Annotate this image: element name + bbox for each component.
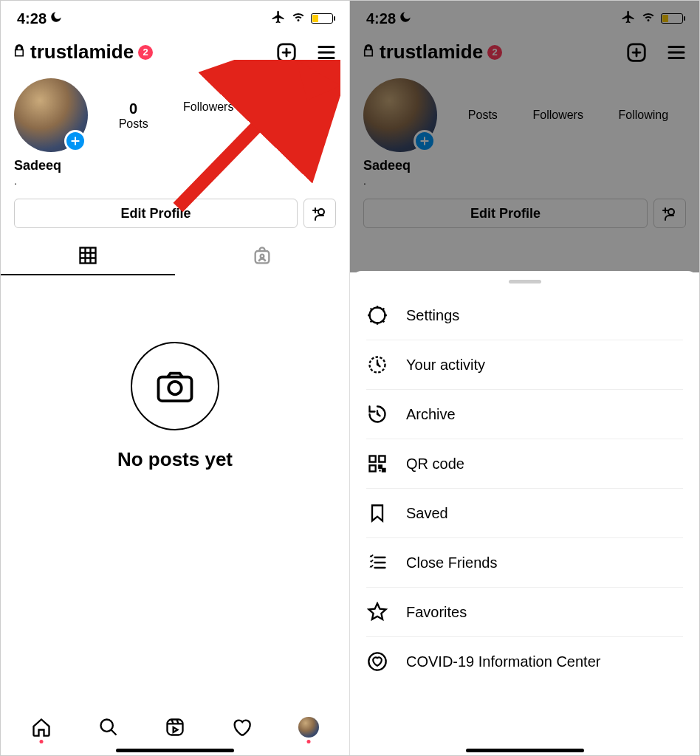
menu-label: COVID-19 Information Center	[406, 653, 600, 670]
notification-badge: 2	[487, 45, 502, 60]
username[interactable]: trustlamide	[30, 41, 134, 63]
menu-covid[interactable]: COVID-19 Information Center	[366, 637, 683, 686]
camera-circle-icon	[131, 342, 219, 430]
lock-icon	[13, 44, 26, 61]
stat-following[interactable]: Following	[269, 100, 319, 131]
activity-icon	[366, 354, 388, 376]
home-indicator	[466, 749, 584, 752]
discover-people-button[interactable]	[303, 199, 336, 228]
svg-rect-14	[370, 465, 376, 471]
empty-posts: No posts yet	[1, 275, 349, 471]
wifi-icon	[290, 10, 306, 27]
menu-activity[interactable]: Your activity	[366, 340, 683, 390]
bottom-nav	[1, 717, 349, 742]
battery-icon	[311, 13, 333, 24]
svg-point-6	[100, 720, 112, 732]
notification-badge: 2	[138, 45, 153, 60]
edit-profile-button[interactable]: Edit Profile	[14, 199, 298, 228]
stat-followers[interactable]: Followers	[532, 109, 583, 122]
archive-icon	[366, 403, 388, 425]
stat-posts[interactable]: Posts	[468, 109, 498, 122]
svg-rect-7	[167, 720, 182, 735]
profile-screen: 4:28 trustlamide 2	[1, 1, 350, 755]
profile-stats-row: 0 Posts Followers Following	[1, 71, 349, 155]
status-bar: 4:28	[1, 1, 349, 33]
stat-followers[interactable]: Followers	[183, 100, 233, 131]
menu-sheet: Settings Your activity Archive QR code	[350, 271, 699, 755]
heart-shield-icon	[366, 650, 388, 673]
profile-header: trustlamide 2	[1, 33, 349, 71]
discover-people-button[interactable]	[653, 199, 686, 228]
menu-label: Archive	[406, 406, 456, 423]
menu-favorites[interactable]: Favorites	[366, 588, 683, 637]
svg-rect-1	[80, 248, 96, 264]
wifi-icon	[640, 10, 656, 27]
menu-label: QR code	[406, 456, 464, 472]
tab-grid[interactable]	[1, 237, 175, 275]
airplane-icon	[621, 10, 636, 28]
add-story-button[interactable]	[64, 130, 86, 152]
qrcode-icon	[366, 453, 388, 475]
star-icon	[366, 601, 388, 623]
sheet-grabber[interactable]	[509, 280, 541, 284]
menu-qrcode[interactable]: QR code	[366, 439, 683, 489]
airplane-icon	[271, 10, 286, 28]
bio: .	[1, 175, 349, 196]
battery-icon	[661, 13, 683, 24]
stat-posts[interactable]: 0 Posts	[119, 100, 148, 131]
bio: .	[350, 175, 699, 196]
gear-icon	[366, 304, 388, 326]
menu-label: Favorites	[406, 604, 467, 621]
stat-following[interactable]: Following	[619, 109, 669, 122]
menu-button[interactable]	[665, 41, 687, 63]
menu-archive[interactable]: Archive	[366, 390, 683, 439]
svg-rect-13	[379, 456, 385, 462]
menu-label: Settings	[406, 307, 459, 324]
moon-icon	[49, 10, 63, 27]
moon-icon	[399, 10, 412, 27]
nav-reels[interactable]	[165, 717, 185, 738]
svg-point-5	[168, 382, 182, 395]
display-name: Sadeeq	[350, 155, 699, 175]
username[interactable]: trustlamide	[380, 41, 483, 63]
menu-saved[interactable]: Saved	[366, 489, 683, 538]
display-name: Sadeeq	[1, 155, 349, 175]
menu-label: Your activity	[406, 357, 485, 374]
menu-label: Close Friends	[406, 554, 497, 571]
menu-label: Saved	[406, 505, 448, 522]
list-icon	[366, 551, 388, 574]
add-story-button[interactable]	[414, 130, 436, 152]
menu-settings[interactable]: Settings	[366, 291, 683, 340]
create-button[interactable]	[275, 41, 298, 63]
menu-button[interactable]	[315, 41, 337, 63]
lock-icon	[362, 44, 375, 61]
create-button[interactable]	[625, 41, 648, 63]
no-posts-label: No posts yet	[117, 448, 233, 471]
tab-tagged[interactable]	[175, 237, 349, 275]
nav-home[interactable]	[31, 717, 52, 738]
bookmark-icon	[366, 502, 388, 524]
profile-screen-dimmed: 4:28 trustlamide 2	[350, 1, 699, 755]
status-time: 4:28	[17, 10, 47, 27]
nav-profile[interactable]	[298, 717, 319, 738]
status-bar: 4:28	[350, 1, 699, 33]
menu-close-friends[interactable]: Close Friends	[366, 538, 683, 588]
profile-tabs	[1, 237, 349, 275]
svg-point-15	[368, 653, 385, 670]
status-time: 4:28	[366, 10, 396, 27]
edit-profile-button[interactable]: Edit Profile	[363, 199, 648, 228]
avatar-icon	[298, 717, 319, 738]
svg-point-3	[261, 255, 264, 258]
svg-rect-12	[370, 456, 376, 462]
profile-header: trustlamide 2	[350, 33, 699, 71]
home-indicator	[116, 749, 234, 752]
nav-activity[interactable]	[231, 717, 252, 738]
nav-search[interactable]	[98, 717, 119, 738]
